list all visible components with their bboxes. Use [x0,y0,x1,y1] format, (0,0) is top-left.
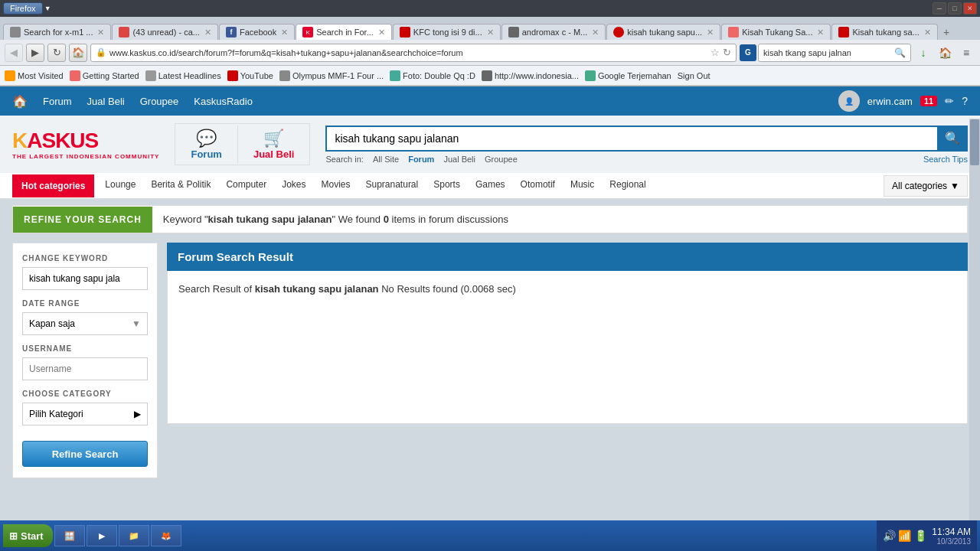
nav-forum[interactable]: Forum [43,96,72,107]
back-button[interactable]: ◀ [5,44,23,62]
search-button[interactable]: 🔍 [937,126,968,152]
reload-button[interactable]: ↻ [47,44,66,62]
home-button[interactable]: 🏠 [69,44,87,62]
close-button[interactable]: ✕ [963,2,977,15]
bookmark-sign-out[interactable]: Sign Out [678,71,710,80]
refresh-icon[interactable]: ↻ [723,47,731,58]
search-input-row: 🔍 [325,126,968,152]
tab-andromax[interactable]: andromax c - M... ✕ [501,24,606,40]
nav-jualbeli[interactable]: Jual Beli [87,96,125,107]
edit-icon[interactable]: ✏ [945,95,954,107]
bookmark-getting-started[interactable]: Getting Started [70,70,139,81]
date-range-select[interactable]: Kapan saja ▼ [22,312,148,335]
tab-kaskus-search[interactable]: K Search in For... ✕ [296,24,392,40]
tab-close-kisah1[interactable]: ✕ [707,28,714,37]
tab-kfc[interactable]: KFC tong isi 9 di... ✕ [393,24,501,40]
search-option-forum[interactable]: Forum [408,155,434,164]
tab-search-x1[interactable]: Search for x-m1 ... ✕ [3,24,111,40]
firefox-button[interactable]: Firefox [3,2,43,15]
all-categories-button[interactable]: All categories ▼ [884,175,968,197]
system-tray-icons: 🔊 📶 🔋 [883,530,928,542]
bookmark-google-translate[interactable]: Google Terjemahan [585,70,671,81]
home-nav-icon[interactable]: 🏠 [936,44,954,62]
category-supranatural[interactable]: Supranatural [358,173,426,198]
category-placeholder: Pilih Kategori [29,409,83,419]
scroll-thumb[interactable] [970,119,979,165]
taskbar-item-1[interactable]: 🪟 [54,525,85,546]
help-icon[interactable]: ? [962,95,968,107]
forward-button[interactable]: ▶ [26,44,44,62]
home-nav-icon[interactable]: 🏠 [12,94,28,109]
url-bar[interactable]: 🔒 www.kaskus.co.id/search/forum?f=forum&… [90,44,737,62]
category-berita[interactable]: Berita & Politik [143,173,218,198]
notification-badge[interactable]: 11 [920,96,937,106]
clock-time: 11:34 AM [932,527,971,537]
category-lounge[interactable]: Lounge [97,173,143,198]
result-header: Forum Search Result [167,243,968,271]
most-visited-icon [5,70,15,81]
hot-categories-button[interactable]: Hot categories [12,174,94,197]
search-option-all-site[interactable]: All Site [373,155,399,164]
new-tab-button[interactable]: + [939,24,954,40]
search-input[interactable] [325,126,937,152]
category-nav: Hot categories Lounge Berita & Politik C… [0,173,980,199]
tab-label-kisah2: Kisah Tukang Sa... [742,28,812,37]
nav-kaskusradio[interactable]: KaskusRadio [194,96,253,107]
result-body: Search Result of kisah tukang sapu jalan… [167,271,968,424]
refine-count: 0 [384,214,389,225]
firefox-dropdown[interactable]: ▼ [44,5,51,12]
menu-icon[interactable]: ≡ [957,44,975,62]
search-tips-link[interactable]: Search Tips [923,155,968,164]
tab-close-gmail[interactable]: ✕ [204,28,211,37]
tab-kisah1[interactable]: kisah tukang sapu... ✕ [606,24,720,40]
category-select[interactable]: Pilih Kategori ▶ [22,403,148,425]
browser-search-bar[interactable]: kisah tkang sapu jalnan 🔍 [758,44,911,62]
taskbar-item-2[interactable]: ▶ [87,525,117,546]
bookmark-latest-headlines[interactable]: Latest Headlines [145,70,221,81]
search-option-jualbeli[interactable]: Jual Beli [443,155,475,164]
jualbeli-tab[interactable]: 🛒 Jual Beli [238,124,309,165]
bookmark-youtube[interactable]: YouTube [227,70,273,81]
tab-close-kisah3[interactable]: ✕ [924,28,931,37]
category-movies[interactable]: Movies [313,173,358,198]
logo-sub: THE LARGEST INDONESIAN COMMUNITY [12,153,159,160]
category-games[interactable]: Games [468,173,513,198]
minimize-button[interactable]: ─ [933,2,946,15]
site-search-row: KASKUS THE LARGEST INDONESIAN COMMUNITY … [0,116,980,173]
username-input[interactable] [22,357,148,380]
bookmark-olympus[interactable]: Olympus MMF-1 Four ... [279,70,384,81]
tab-close-search[interactable]: ✕ [97,28,104,37]
category-otomotif[interactable]: Otomotif [513,173,563,198]
nav-groupee[interactable]: Groupee [140,96,179,107]
category-regional[interactable]: Regional [602,173,653,198]
restore-button[interactable]: □ [948,2,962,15]
bookmarks-bar: Most Visited Getting Started Latest Head… [0,66,980,86]
tab-close-kfc[interactable]: ✕ [487,28,494,37]
taskbar-item-3[interactable]: 📁 [119,525,149,546]
tab-kisah3[interactable]: Kisah tukang sa... ✕ [831,24,937,40]
forum-tab[interactable]: 💬 Forum [175,124,237,165]
keyword-input[interactable] [22,267,148,290]
tab-close-facebook[interactable]: ✕ [281,28,288,37]
refine-search-button[interactable]: Refine Search [22,441,148,467]
tab-close-andromax[interactable]: ✕ [592,28,599,37]
taskbar-item-firefox[interactable]: 🦊 [151,525,181,546]
download-arrow-icon[interactable]: ↓ [914,44,933,62]
tab-facebook[interactable]: f Facebook ✕ [219,24,295,40]
bookmark-indonesia[interactable]: http://www.indonesia... [482,70,579,81]
tab-gmail[interactable]: (43 unread) - ca... ✕ [112,24,217,40]
tab-close-kisah2[interactable]: ✕ [817,28,824,37]
bookmark-foto[interactable]: Foto: Double Qq :D [390,70,475,81]
search-option-groupee[interactable]: Groupee [485,155,518,164]
title-bar: Firefox ▼ ─ □ ✕ [0,0,980,17]
bookmark-most-visited[interactable]: Most Visited [5,70,64,81]
start-button[interactable]: ⊞ Start [3,524,53,547]
category-computer[interactable]: Computer [218,173,274,198]
category-music[interactable]: Music [563,173,602,198]
star-icon[interactable]: ☆ [710,47,720,58]
tab-kisah2[interactable]: Kisah Tukang Sa... ✕ [721,24,831,40]
tab-close-kaskus[interactable]: ✕ [378,28,385,37]
scroll-track[interactable] [969,119,980,520]
category-sports[interactable]: Sports [426,173,468,198]
category-jokes[interactable]: Jokes [274,173,313,198]
